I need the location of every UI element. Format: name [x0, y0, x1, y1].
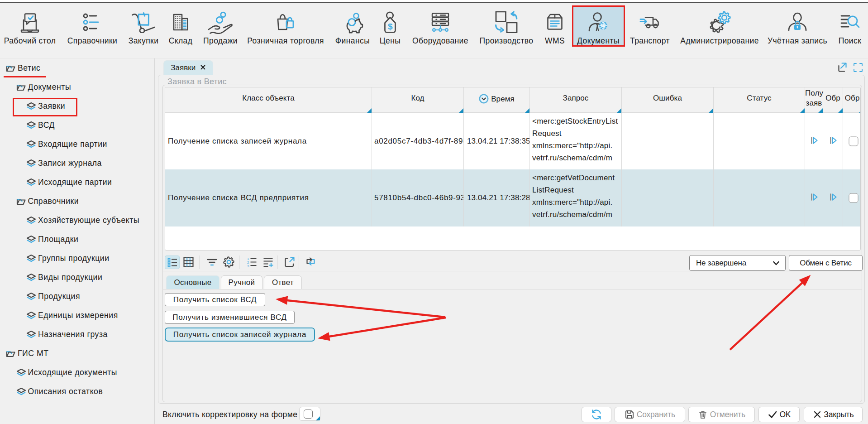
svg-text:3: 3 [247, 264, 249, 268]
svg-text:$: $ [388, 22, 393, 31]
